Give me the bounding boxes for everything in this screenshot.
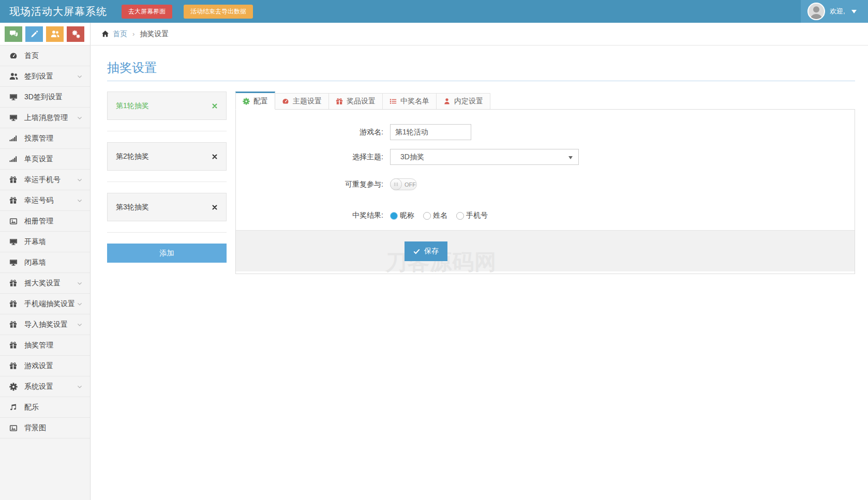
breadcrumb: 首页 › 抽奖设置: [101, 23, 169, 45]
add-round-button[interactable]: 添加: [107, 244, 227, 263]
radio-nickname[interactable]: 昵称: [390, 211, 414, 220]
breadcrumb-current: 抽奖设置: [140, 29, 169, 39]
close-icon[interactable]: [212, 154, 218, 160]
breadcrumb-home-link[interactable]: 首页: [101, 29, 127, 39]
sidebar-item-closing-wall[interactable]: 闭幕墙: [0, 252, 90, 273]
round-item-2[interactable]: 第2轮抽奖: [107, 142, 227, 171]
tab-theme-settings[interactable]: 主题设置: [275, 93, 329, 109]
sidebar-item-single-page[interactable]: 单页设置: [0, 149, 90, 170]
main-content: 抽奖设置 第1轮抽奖 第2轮抽奖 第3轮抽奖: [91, 46, 868, 500]
close-icon[interactable]: [212, 103, 218, 109]
gift-icon: [336, 98, 343, 105]
sidebar-item-lucky-number[interactable]: 幸运号码: [0, 190, 90, 211]
close-icon[interactable]: [212, 204, 218, 210]
toggle-handle-icon: [390, 178, 402, 190]
top-header: 现场活动大屏幕系统 去大屏幕界面 活动结束去导出数据 欢迎,: [0, 0, 868, 23]
sidebar-item-opening-wall[interactable]: 开幕墙: [0, 232, 90, 252]
gift-icon: [9, 279, 19, 287]
desktop-icon: [9, 259, 19, 267]
go-big-screen-button[interactable]: 去大屏幕界面: [122, 5, 172, 19]
edit-quick-button[interactable]: [25, 26, 43, 42]
sidebar-item-voting[interactable]: 投票管理: [0, 128, 90, 149]
chevron-down-icon: [77, 301, 83, 307]
settings-quick-button[interactable]: [67, 26, 84, 42]
sidebar-item-music[interactable]: 配乐: [0, 397, 90, 418]
users-quick-button[interactable]: [46, 26, 64, 42]
gift-icon: [9, 300, 19, 308]
toggle-state-text: OFF: [405, 181, 416, 188]
repeatable-toggle[interactable]: OFF: [390, 178, 417, 190]
chevron-down-icon: [77, 115, 83, 121]
tab-preset-settings[interactable]: 内定设置: [437, 93, 490, 109]
gift-icon: [9, 176, 19, 184]
caret-down-icon: [851, 10, 857, 16]
sidebar-item-background-image[interactable]: 背景图: [0, 418, 90, 438]
sidebar-item-home[interactable]: 首页: [0, 46, 90, 66]
tab-config[interactable]: 配置: [235, 92, 275, 110]
result-label: 中奖结果:: [236, 211, 390, 220]
gift-icon: [9, 196, 19, 204]
game-name-input[interactable]: [390, 124, 471, 140]
radio-dot-icon: [390, 212, 398, 220]
game-name-label: 游戏名:: [236, 128, 390, 137]
chevron-down-icon: [77, 322, 83, 328]
sidebar-item-shake-prize[interactable]: 摇大奖设置: [0, 273, 90, 294]
pencil-icon: [30, 30, 38, 38]
welcome-text: 欢迎,: [830, 7, 845, 16]
sidebar-item-signin-settings[interactable]: 签到设置: [0, 66, 90, 87]
tab-prize-settings[interactable]: 奖品设置: [329, 93, 383, 109]
tab-content: 游戏名: 选择主题: 3D抽奖 可重复参与:: [235, 110, 855, 274]
theme-label: 选择主题:: [236, 153, 390, 162]
radio-phone[interactable]: 手机号: [456, 211, 488, 220]
sidebar-item-import-lottery[interactable]: 导入抽奖设置: [0, 314, 90, 335]
signal-icon: [9, 134, 19, 142]
music-icon: [9, 403, 19, 411]
chevron-down-icon: [77, 177, 83, 183]
sidebar-item-wall-messages[interactable]: 上墙消息管理: [0, 108, 90, 128]
chevron-down-icon: [77, 198, 83, 204]
rounds-list: 第1轮抽奖 第2轮抽奖 第3轮抽奖 添加: [107, 92, 227, 274]
save-button[interactable]: 保存: [405, 241, 447, 261]
users-icon: [9, 72, 19, 81]
radio-name[interactable]: 姓名: [423, 211, 447, 220]
tab-winner-list[interactable]: 中奖名单: [383, 93, 437, 109]
image-icon: [9, 424, 19, 432]
export-data-button[interactable]: 活动结束去导出数据: [184, 5, 253, 19]
gift-icon: [9, 341, 19, 349]
round-item-3[interactable]: 第3轮抽奖: [107, 193, 227, 221]
person-icon: [443, 98, 451, 105]
comments-icon: [9, 29, 18, 38]
quick-actions: [0, 23, 91, 45]
image-icon: [9, 217, 19, 225]
chevron-down-icon: [77, 384, 83, 390]
page-title: 抽奖设置: [107, 59, 855, 76]
user-menu[interactable]: 欢迎,: [801, 0, 868, 23]
radio-dot-icon: [456, 212, 464, 220]
sidebar-item-lottery-management[interactable]: 抽奖管理: [0, 335, 90, 356]
app-title: 现场活动大屏幕系统: [9, 5, 107, 19]
chevron-down-icon: [77, 73, 83, 80]
rounds-divider: [107, 232, 227, 233]
users-icon: [51, 29, 59, 38]
round-item-1[interactable]: 第1轮抽奖: [107, 92, 227, 120]
desktop-icon: [9, 114, 19, 122]
radio-dot-icon: [423, 212, 431, 220]
sidebar-item-mobile-lottery[interactable]: 手机端抽奖设置: [0, 294, 90, 314]
gears-icon: [71, 29, 80, 38]
breadcrumb-separator: ›: [132, 30, 134, 38]
sidebar-item-system-settings[interactable]: 系统设置: [0, 376, 90, 397]
sidebar-item-lucky-phone[interactable]: 幸运手机号: [0, 170, 90, 190]
title-divider: [107, 81, 855, 81]
comments-quick-button[interactable]: [5, 26, 22, 42]
sidebar-item-3d-signin[interactable]: 3D签到设置: [0, 87, 90, 108]
settings-panel: 配置 主题设置 奖品设置 中奖名单: [235, 92, 855, 274]
sidebar-item-albums[interactable]: 相册管理: [0, 211, 90, 232]
dropdown-arrow-icon: [568, 156, 573, 161]
desktop-icon: [9, 93, 19, 101]
form-actions: 刀客源码网 保存: [236, 230, 855, 271]
home-icon: [101, 30, 109, 38]
gear-icon: [243, 98, 250, 105]
result-radio-group: 昵称 姓名 手机号: [390, 211, 488, 220]
theme-select[interactable]: 3D抽奖: [390, 149, 579, 165]
sidebar-item-game-settings[interactable]: 游戏设置: [0, 356, 90, 376]
